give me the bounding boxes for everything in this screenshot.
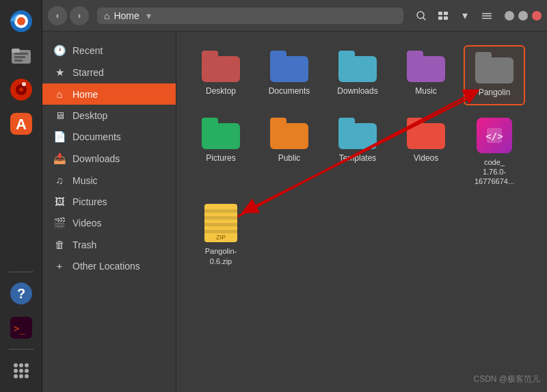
sidebar-item-downloads[interactable]: 📥 Downloads [42, 148, 176, 170]
folder-icon-pictures [202, 118, 240, 149]
pictures-icon: 🖼 [53, 196, 66, 207]
svg-point-21 [14, 369, 18, 373]
back-button[interactable]: ‹ [48, 6, 67, 25]
file-item-public[interactable]: Public [258, 112, 320, 192]
svg-rect-42 [204, 230, 237, 233]
home-icon: ⌂ [104, 10, 109, 21]
dock-help[interactable]: ? [5, 278, 37, 309]
sidebar-item-music[interactable]: ♫ Music [42, 170, 176, 191]
content-row: 🕐 Recent ★ Starred ⌂ Home 🖥 Desktop 📄 Do… [42, 31, 547, 392]
dock-appstore[interactable]: A [5, 108, 37, 140]
folder-icon-desktop [202, 51, 240, 82]
forward-button[interactable]: › [70, 6, 89, 25]
svg-point-24 [14, 374, 18, 378]
sidebar-item-documents[interactable]: 📄 Documents [42, 126, 176, 148]
file-item-code-deb[interactable]: </> code_1.76.0-16776674... [464, 112, 525, 192]
sidebar-label-downloads: Downloads [72, 153, 120, 164]
file-label-pangolin: Pangolin [479, 88, 511, 99]
svg-rect-39 [204, 209, 237, 213]
svg-text:</>: </> [485, 131, 503, 142]
svg-point-11 [22, 82, 26, 86]
documents-icon: 📄 [53, 131, 66, 143]
svg-text:ZIP: ZIP [216, 234, 226, 241]
sidebar-item-trash[interactable]: 🗑 Trash [42, 234, 176, 255]
sidebar-label-starred: Starred [72, 67, 104, 78]
dock-terminal[interactable]: >_ [5, 312, 37, 343]
sidebar-label-videos: Videos [72, 218, 102, 228]
file-label-pictures: Pictures [206, 153, 235, 164]
dock-thunderbird[interactable] [5, 5, 37, 37]
zip-icon: ZIP [204, 204, 237, 242]
minimize-button[interactable] [505, 11, 514, 21]
svg-point-18 [14, 363, 18, 367]
sidebar-item-videos[interactable]: 🎬 Videos [42, 212, 176, 234]
sidebar-label-music: Music [72, 175, 98, 186]
svg-rect-41 [204, 223, 237, 226]
folder-icon-templates [338, 118, 377, 149]
maximize-button[interactable] [518, 11, 528, 21]
titlebar-actions: ▾ [412, 6, 496, 25]
file-label-desktop: Desktop [206, 86, 236, 97]
sidebar-label-home: Home [72, 89, 98, 100]
sidebar-item-recent[interactable]: 🕐 Recent [42, 40, 176, 62]
dock-rhythmbox[interactable] [5, 74, 37, 105]
view-toggle-button[interactable] [433, 6, 453, 25]
svg-rect-7 [14, 60, 23, 62]
trash-icon: 🗑 [53, 239, 66, 250]
sidebar-item-desktop[interactable]: 🖥 Desktop [42, 105, 176, 126]
sidebar-label-documents: Documents [72, 131, 121, 142]
file-label-videos: Videos [414, 153, 438, 164]
file-item-pangolin-zip[interactable]: ZIP Pangolin-0.6.zip [190, 198, 252, 272]
videos-icon: 🎬 [53, 217, 66, 229]
window-controls [505, 11, 542, 21]
close-button[interactable] [532, 11, 542, 21]
file-area-wrapper: Desktop Documents [176, 31, 547, 392]
sidebar-label-other: Other Locations [72, 261, 140, 272]
svg-rect-6 [14, 56, 25, 58]
svg-text:?: ? [16, 286, 25, 301]
file-item-templates[interactable]: Templates [327, 112, 388, 192]
svg-line-28 [423, 17, 426, 20]
svg-point-2 [17, 17, 25, 25]
folder-icon-documents [270, 51, 308, 82]
file-label-downloads: Downloads [337, 86, 377, 97]
svg-point-22 [19, 369, 23, 373]
svg-rect-5 [14, 53, 28, 55]
file-item-downloads[interactable]: Downloads [327, 45, 388, 105]
file-item-pangolin[interactable]: Pangolin [464, 45, 525, 105]
svg-rect-34 [482, 15, 492, 16]
file-item-desktop[interactable]: Desktop [190, 45, 252, 105]
folder-icon-pangolin [475, 52, 513, 83]
starred-icon: ★ [53, 66, 66, 79]
dock-show-apps[interactable] [5, 355, 37, 387]
sidebar-label-desktop: Desktop [72, 110, 107, 121]
svg-point-23 [25, 369, 29, 373]
downloads-icon: 📥 [53, 153, 66, 165]
sidebar-item-pictures[interactable]: 🖼 Pictures [42, 191, 176, 212]
view-options-dropdown[interactable]: ▾ [455, 6, 475, 25]
folder-icon-videos [407, 118, 445, 149]
more-options-button[interactable] [477, 6, 496, 25]
search-button[interactable] [412, 6, 431, 25]
dock-files[interactable] [5, 40, 37, 71]
svg-point-20 [25, 363, 29, 367]
sidebar-item-other-locations[interactable]: + Other Locations [42, 255, 176, 276]
file-grid: Desktop Documents [190, 45, 533, 272]
svg-text:A: A [16, 116, 27, 133]
svg-point-25 [19, 374, 23, 378]
file-item-videos[interactable]: Videos [395, 112, 457, 192]
svg-point-26 [25, 374, 29, 378]
file-item-music[interactable]: Music [395, 45, 457, 105]
svg-rect-32 [444, 16, 448, 20]
sidebar-label-pictures: Pictures [72, 196, 107, 207]
other-locations-icon: + [53, 260, 66, 272]
sidebar-item-home[interactable]: ⌂ Home [42, 83, 176, 105]
file-item-pictures[interactable]: Pictures [190, 112, 252, 192]
folder-icon-downloads [338, 51, 377, 82]
sidebar-item-starred[interactable]: ★ Starred [42, 62, 176, 83]
file-item-documents[interactable]: Documents [258, 45, 320, 105]
location-bar[interactable]: ⌂ Home ▾ [97, 8, 403, 24]
svg-rect-4 [12, 49, 20, 53]
file-label-pangolin-zip: Pangolin-0.6.zip [205, 246, 237, 266]
recent-icon: 🕐 [53, 44, 66, 57]
